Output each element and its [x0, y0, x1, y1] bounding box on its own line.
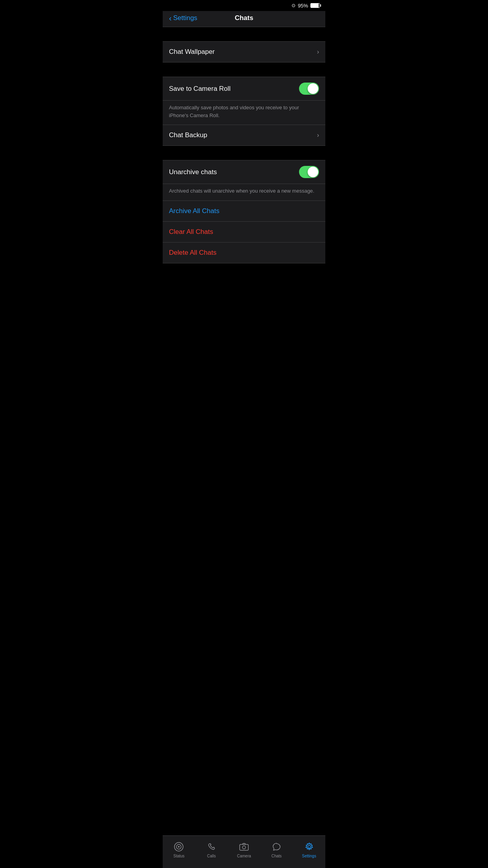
chat-wallpaper-chevron-icon: ›: [317, 48, 319, 55]
clear-all-chats-row[interactable]: Clear All Chats: [163, 222, 325, 243]
unarchive-chats-row[interactable]: Unarchive chats: [163, 160, 325, 184]
battery-percentage: 95%: [298, 3, 308, 9]
archive-all-chats-label: Archive All Chats: [169, 207, 220, 215]
page-title: Chats: [235, 14, 253, 22]
lock-icon: ⊙: [292, 3, 295, 8]
save-camera-roll-toggle[interactable]: [299, 83, 319, 95]
chat-backup-label: Chat Backup: [169, 131, 314, 139]
battery-icon: [310, 3, 320, 8]
main-content: Chat Wallpaper › Save to Camera Roll Aut…: [163, 27, 325, 299]
archive-all-chats-row[interactable]: Archive All Chats: [163, 201, 325, 222]
spacer-1: [163, 27, 325, 41]
chat-wallpaper-group: Chat Wallpaper ›: [163, 41, 325, 63]
media-group: Save to Camera Roll Automatically save p…: [163, 77, 325, 146]
save-camera-roll-row[interactable]: Save to Camera Roll: [163, 77, 325, 101]
delete-all-chats-row[interactable]: Delete All Chats: [163, 243, 325, 263]
back-chevron-icon: ‹: [169, 14, 172, 22]
unarchive-group: Unarchive chats Archived chats will unar…: [163, 160, 325, 263]
unarchive-chats-label: Unarchive chats: [169, 168, 299, 176]
delete-all-chats-label: Delete All Chats: [169, 249, 216, 257]
save-camera-roll-description: Automatically save photos and videos you…: [163, 101, 325, 125]
status-bar: ⊙ 95%: [163, 0, 325, 11]
back-button[interactable]: ‹ Settings: [169, 14, 197, 22]
chat-backup-chevron-icon: ›: [317, 132, 319, 139]
spacer-2: [163, 63, 325, 77]
chat-backup-row[interactable]: Chat Backup ›: [163, 125, 325, 145]
chat-wallpaper-row[interactable]: Chat Wallpaper ›: [163, 42, 325, 62]
spacer-3: [163, 146, 325, 160]
unarchive-chats-description: Archived chats will unarchive when you r…: [163, 184, 325, 201]
nav-bar: ‹ Settings Chats: [163, 11, 325, 27]
clear-all-chats-label: Clear All Chats: [169, 228, 213, 236]
unarchive-chats-toggle[interactable]: [299, 166, 319, 178]
chat-wallpaper-label: Chat Wallpaper: [169, 48, 314, 56]
back-label: Settings: [173, 14, 197, 22]
save-camera-roll-label: Save to Camera Roll: [169, 85, 299, 93]
